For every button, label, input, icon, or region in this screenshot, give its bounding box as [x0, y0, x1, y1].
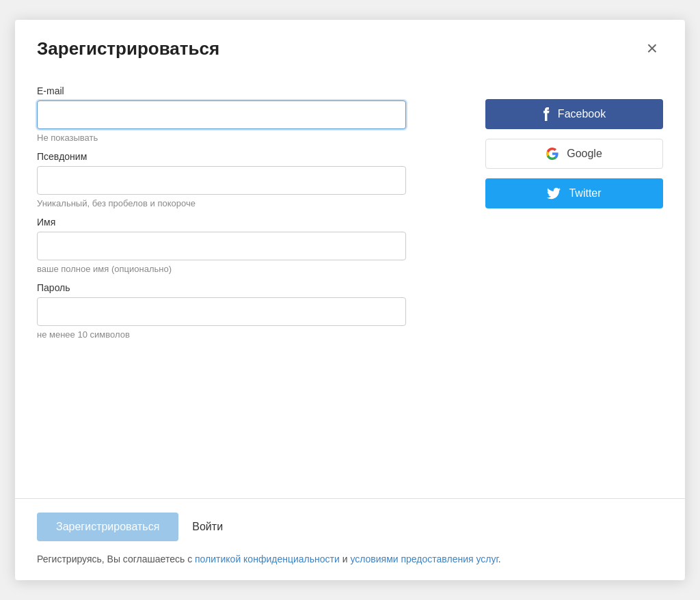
social-section: Facebook Google [485, 85, 663, 485]
twitter-icon [547, 187, 561, 200]
google-button[interactable]: Google [485, 139, 663, 169]
email-field-group: E-mail Не показывать [37, 85, 458, 143]
terms-end: . [498, 554, 501, 564]
password-label: Пароль [37, 282, 458, 293]
privacy-policy-link[interactable]: политикой конфиденциальности [195, 554, 340, 564]
terms-of-service-link[interactable]: условиями предоставления услуг [350, 554, 498, 564]
google-label: Google [567, 148, 602, 160]
footer-actions: Зарегистрироваться Войти [37, 513, 663, 541]
login-button[interactable]: Войти [192, 521, 223, 533]
password-field-group: Пароль не менее 10 символов [37, 282, 458, 340]
name-label: Имя [37, 217, 458, 228]
name-input[interactable] [37, 232, 406, 260]
modal-body: E-mail Не показывать Псевдоним Уникальны… [15, 72, 685, 498]
nickname-input[interactable] [37, 166, 406, 195]
email-input[interactable] [37, 100, 406, 129]
modal-header: Зарегистрироваться × [15, 20, 685, 72]
facebook-button[interactable]: Facebook [485, 99, 663, 129]
close-button[interactable]: × [641, 36, 663, 61]
name-hint: ваше полное имя (опционально) [37, 264, 458, 274]
email-label: E-mail [37, 85, 458, 96]
name-field-group: Имя ваше полное имя (опционально) [37, 217, 458, 274]
footer-terms: Регистрируясь, Вы соглашаетесь с политик… [37, 552, 663, 567]
twitter-label: Twitter [569, 187, 601, 200]
modal-title: Зарегистрироваться [37, 38, 219, 59]
password-hint: не менее 10 символов [37, 329, 458, 340]
facebook-label: Facebook [558, 108, 606, 120]
facebook-icon [543, 107, 550, 121]
form-section: E-mail Не показывать Псевдоним Уникальны… [37, 85, 458, 485]
modal-footer: Зарегистрироваться Войти Регистрируясь, … [15, 498, 685, 580]
register-button[interactable]: Зарегистрироваться [37, 513, 178, 541]
terms-and: и [340, 554, 351, 564]
terms-text-before: Регистрируясь, Вы соглашаетесь с [37, 554, 195, 564]
twitter-button[interactable]: Twitter [485, 178, 663, 208]
nickname-hint: Уникальный, без пробелов и покороче [37, 198, 458, 208]
nickname-label: Псевдоним [37, 151, 458, 162]
google-icon [546, 148, 558, 160]
email-hint: Не показывать [37, 133, 458, 143]
password-input[interactable] [37, 297, 406, 326]
nickname-field-group: Псевдоним Уникальный, без пробелов и пок… [37, 151, 458, 208]
registration-modal: Зарегистрироваться × E-mail Не показыват… [15, 20, 685, 580]
